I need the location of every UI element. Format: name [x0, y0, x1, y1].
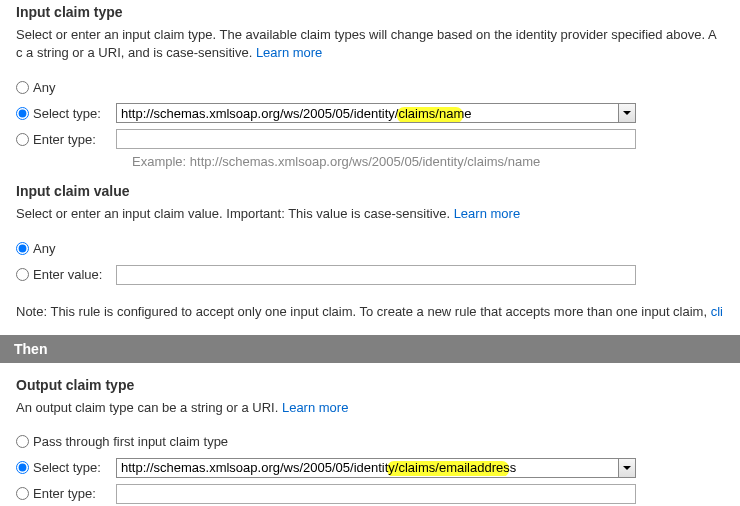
input-claim-value-section: Input claim value Select or enter an inp… [0, 183, 740, 285]
input-claim-value-desc: Select or enter an input claim value. Im… [16, 205, 724, 223]
output-enter-type-radio[interactable] [16, 487, 29, 500]
note-prefix: Note: This rule is configured to accept … [16, 304, 711, 319]
note-link[interactable]: cli [711, 304, 723, 319]
learn-more-link[interactable]: Learn more [282, 400, 348, 415]
enter-type-label: Enter type: [33, 486, 96, 501]
input-claim-value-enter-radio[interactable] [16, 268, 29, 281]
input-claim-type-select-radio[interactable] [16, 107, 29, 120]
dropdown-button[interactable] [618, 459, 635, 477]
input-claim-value-any-radio[interactable] [16, 242, 29, 255]
select-value-text: http://schemas.xmlsoap.org/ws/2005/05/id… [121, 460, 516, 475]
input-claim-type-enter-field[interactable] [116, 129, 636, 149]
select-type-label: Select type: [33, 460, 101, 475]
learn-more-link[interactable]: Learn more [454, 206, 520, 221]
input-claim-type-section: Input claim type Select or enter an inpu… [0, 4, 740, 169]
passthrough-label: Pass through first input claim type [33, 434, 228, 449]
any-label: Any [33, 241, 55, 256]
select-type-label: Select type: [33, 106, 101, 121]
select-value-text: http://schemas.xmlsoap.org/ws/2005/05/id… [121, 106, 471, 121]
any-label: Any [33, 80, 55, 95]
chevron-down-icon [623, 466, 631, 470]
input-claim-type-header: Input claim type [16, 4, 724, 20]
then-bar: Then [0, 335, 740, 363]
input-claim-value-header: Input claim value [16, 183, 724, 199]
dropdown-button[interactable] [618, 104, 635, 122]
chevron-down-icon [623, 111, 631, 115]
input-claim-type-select[interactable]: http://schemas.xmlsoap.org/ws/2005/05/id… [116, 103, 636, 123]
output-claim-type-section: Output claim type An output claim type c… [0, 377, 740, 506]
learn-more-link[interactable]: Learn more [256, 45, 322, 60]
input-claim-type-enter-radio[interactable] [16, 133, 29, 146]
output-select-type-radio[interactable] [16, 461, 29, 474]
output-claim-type-select[interactable]: http://schemas.xmlsoap.org/ws/2005/05/id… [116, 458, 636, 478]
output-claim-type-desc: An output claim type can be a string or … [16, 399, 724, 417]
enter-value-label: Enter value: [33, 267, 102, 282]
input-claim-value-enter-field[interactable] [116, 265, 636, 285]
output-claim-type-enter-field[interactable] [116, 484, 636, 504]
desc-text: Select or enter an input claim type. The… [16, 27, 716, 60]
output-claim-type-header: Output claim type [16, 377, 724, 393]
note-text: Note: This rule is configured to accept … [0, 304, 740, 319]
input-claim-type-any-radio[interactable] [16, 81, 29, 94]
desc-text: Select or enter an input claim value. Im… [16, 206, 454, 221]
enter-type-label: Enter type: [33, 132, 96, 147]
input-claim-type-example: Example: http://schemas.xmlsoap.org/ws/2… [132, 154, 724, 169]
input-claim-type-desc: Select or enter an input claim type. The… [16, 26, 724, 62]
desc-text: An output claim type can be a string or … [16, 400, 282, 415]
output-passthrough-radio[interactable] [16, 435, 29, 448]
